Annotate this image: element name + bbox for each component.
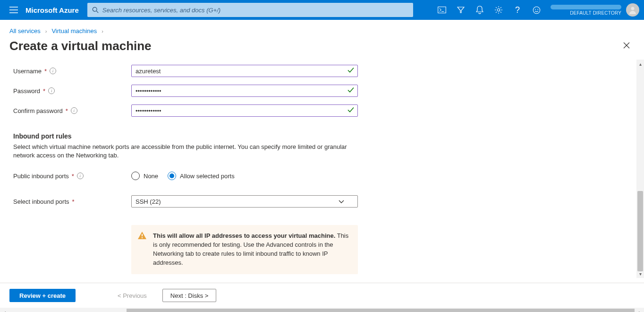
chevron-down-icon	[339, 198, 344, 205]
bell-icon	[476, 6, 483, 14]
menu-button[interactable]	[4, 7, 24, 13]
chevron-right-icon: ›	[45, 28, 47, 34]
scroll-up-arrow[interactable]: ▴	[636, 60, 644, 68]
svg-point-19	[537, 9, 538, 9]
help-icon: ?	[515, 5, 520, 15]
top-toolbar: ? DEFAULT DIRECTORY	[432, 0, 640, 20]
select-inbound-ports-value: SSH (22)	[136, 198, 161, 205]
hamburger-icon	[9, 7, 18, 13]
info-icon[interactable]: i	[77, 173, 84, 179]
vertical-scrollbar[interactable]: ▴ ▾	[636, 60, 644, 278]
select-inbound-ports-dropdown[interactable]: SSH (22)	[131, 195, 358, 208]
svg-line-4	[96, 11, 98, 13]
chevron-right-icon: ›	[102, 28, 103, 34]
horizontal-scrollbar[interactable]: ◂ ▸	[0, 308, 644, 312]
title-row: Create a virtual machine	[0, 36, 644, 60]
feedback-button[interactable]	[527, 0, 546, 20]
radio-none[interactable]: None	[131, 172, 158, 180]
brand-label[interactable]: Microsoft Azure	[24, 6, 85, 14]
breadcrumb: All services › Virtual machines ›	[0, 20, 644, 36]
form-content: Username * i Password * i	[0, 60, 644, 278]
previous-button: < Previous	[110, 289, 155, 302]
required-mark: *	[43, 87, 45, 95]
next-button[interactable]: Next : Disks >	[162, 289, 217, 302]
smiley-icon	[533, 6, 541, 14]
svg-line-15	[496, 12, 497, 13]
info-icon[interactable]: i	[48, 87, 55, 94]
svg-point-17	[533, 7, 540, 13]
svg-point-8	[497, 9, 500, 11]
help-button[interactable]: ?	[508, 0, 527, 20]
filter-icon	[457, 6, 465, 14]
svg-point-18	[535, 9, 536, 9]
section-heading: Inbound port rules	[13, 132, 635, 140]
breadcrumb-link-virtual-machines[interactable]: Virtual machines	[51, 27, 97, 35]
account-directory: DEFAULT DIRECTORY	[570, 10, 621, 16]
close-button[interactable]	[619, 38, 635, 54]
select-inbound-ports-label: Select inbound ports	[13, 198, 69, 205]
gear-icon	[494, 6, 503, 14]
directories-button[interactable]	[451, 0, 470, 20]
info-icon[interactable]: i	[50, 68, 56, 74]
section-description: Select which virtual machine network por…	[13, 143, 353, 160]
check-icon	[347, 107, 354, 114]
cloud-shell-icon	[438, 7, 446, 13]
svg-marker-7	[458, 7, 464, 13]
account-name-placeholder	[551, 5, 621, 9]
confirm-password-input[interactable]	[131, 104, 358, 117]
warning-box: This will allow all IP addresses to acce…	[131, 225, 358, 274]
required-mark: *	[66, 107, 68, 114]
svg-rect-24	[142, 234, 143, 236]
search-input[interactable]	[102, 7, 408, 14]
password-input[interactable]	[131, 85, 358, 97]
public-inbound-ports-label: Public inbound ports	[13, 173, 69, 180]
breadcrumb-link-all-services[interactable]: All services	[9, 27, 41, 35]
confirm-password-label: Confirm password	[13, 107, 63, 114]
username-label: Username	[13, 68, 42, 75]
svg-line-16	[500, 7, 501, 8]
search-icon	[92, 7, 99, 13]
svg-point-3	[93, 7, 97, 11]
password-label: Password	[13, 87, 40, 95]
check-icon	[347, 87, 354, 95]
hscroll-thumb[interactable]	[127, 309, 635, 312]
warning-icon	[138, 232, 146, 242]
review-create-button[interactable]: Review + create	[9, 289, 76, 302]
cloud-shell-button[interactable]	[432, 0, 451, 20]
account-block[interactable]: DEFAULT DIRECTORY	[546, 0, 624, 20]
footer-bar: Review + create < Previous Next : Disks …	[0, 283, 644, 308]
notifications-button[interactable]	[470, 0, 489, 20]
top-bar: Microsoft Azure ? DEFAULT DIRECTORY	[0, 0, 644, 20]
required-mark: *	[44, 68, 47, 75]
radio-allow-label: Allow selected ports	[180, 173, 235, 180]
person-icon	[628, 5, 637, 15]
username-input[interactable]	[131, 65, 358, 77]
required-mark: *	[72, 198, 75, 205]
svg-rect-5	[438, 7, 446, 13]
search-box[interactable]	[87, 3, 413, 17]
check-icon	[347, 68, 354, 75]
close-icon	[623, 42, 630, 49]
scroll-right-arrow[interactable]: ▸	[636, 308, 644, 312]
warning-bold: This will allow all IP addresses to acce…	[153, 232, 335, 239]
scroll-left-arrow[interactable]: ◂	[0, 308, 8, 312]
svg-point-20	[631, 7, 635, 10]
svg-rect-25	[142, 237, 143, 238]
settings-button[interactable]	[489, 0, 508, 20]
svg-line-13	[496, 7, 497, 8]
page-title: Create a virtual machine	[9, 39, 619, 53]
info-icon[interactable]: i	[71, 107, 77, 114]
required-mark: *	[72, 173, 74, 180]
svg-line-14	[500, 12, 501, 13]
scroll-thumb[interactable]	[637, 191, 643, 271]
radio-none-label: None	[144, 173, 158, 180]
avatar[interactable]	[626, 3, 639, 17]
radio-allow-selected-ports[interactable]: Allow selected ports	[168, 172, 235, 180]
